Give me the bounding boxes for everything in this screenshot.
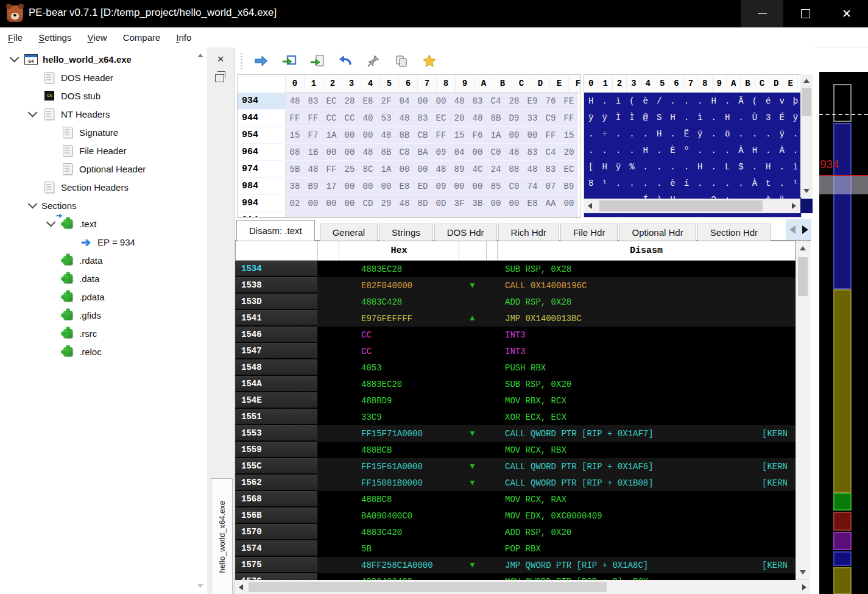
arrow-into-page-icon[interactable] [303, 51, 331, 71]
hex-byte-cell[interactable]: 00 [377, 178, 395, 194]
ascii-char-cell[interactable]: . [789, 126, 802, 142]
hex-horizontal-scrollbar[interactable] [584, 199, 800, 213]
hex-byte-cell[interactable]: C9 [542, 110, 560, 126]
hex-byte-cell[interactable]: E8 [523, 195, 542, 211]
scroll-up-icon[interactable] [800, 246, 806, 250]
hex-byte-cell[interactable]: 02 [286, 195, 304, 211]
disasm-row-address[interactable]: 1538 [235, 277, 317, 294]
ascii-char-cell[interactable]: ( [625, 93, 638, 109]
menu-item-settings[interactable]: Settings [30, 30, 79, 45]
ascii-char-cell[interactable]: . [625, 142, 638, 158]
disasm-row-address[interactable]: 155C [235, 458, 317, 475]
ascii-char-cell[interactable]: / [652, 93, 666, 109]
ascii-char-cell[interactable]: . [639, 175, 652, 191]
ascii-char-cell[interactable]: Ä [775, 142, 788, 158]
tab-disasm-text[interactable]: Disasm: .text [236, 220, 315, 241]
disasm-row-address[interactable]: 1570 [235, 524, 317, 540]
hex-byte-cell[interactable]: 48 [523, 161, 542, 177]
hex-byte-cell[interactable]: 1A [322, 127, 340, 143]
hex-byte-cell[interactable]: 48 [432, 161, 450, 177]
ascii-char-cell[interactable]: $ [734, 158, 747, 175]
ascii-char-cell[interactable]: . [680, 109, 693, 126]
disasm-row[interactable]: 1538E82F040000▼CALL 0X14000196C [235, 277, 796, 294]
hex-byte-cell[interactable]: 48 [450, 93, 468, 109]
tree-item-section-headers[interactable]: Section Headers [0, 178, 207, 196]
hex-byte-cell[interactable]: FF [432, 127, 450, 143]
ascii-char-cell[interactable]: þ [789, 93, 802, 109]
ascii-char-cell[interactable]: . [721, 175, 734, 191]
hex-byte-cell[interactable]: 83 [414, 110, 432, 126]
rsrc-section[interactable] [833, 551, 852, 566]
hex-byte-cell[interactable]: E8 [395, 178, 414, 194]
disasm-row-address[interactable]: 1559 [235, 442, 317, 458]
ascii-char-cell[interactable]: H [693, 158, 707, 175]
undo-icon[interactable] [331, 51, 359, 71]
ascii-char-cell[interactable]: . [707, 109, 721, 126]
hex-byte-cell[interactable]: 00 [487, 195, 505, 211]
scroll-right-icon[interactable] [802, 584, 806, 590]
disasm-row-address[interactable]: 1548 [235, 359, 317, 376]
ascii-char-cell[interactable]: . [612, 175, 625, 191]
ascii-char-cell[interactable]: H [707, 93, 721, 109]
ascii-char-cell[interactable]: . [625, 175, 638, 191]
hex-byte-cell[interactable]: AA [542, 195, 560, 211]
headers-outline[interactable] [833, 84, 852, 122]
hex-byte-cell[interactable]: B9 [560, 178, 578, 194]
ascii-char-cell[interactable]: . [652, 175, 666, 191]
rdata-section[interactable] [833, 289, 852, 493]
tree-item-hello-world-x64-exe[interactable]: 64hello_world_x64.exe [0, 50, 207, 68]
disasm-row[interactable]: 157C48894C2408MOV QWORD PTR [RSP + 8], R… [235, 573, 796, 580]
scroll-left-icon[interactable] [239, 584, 243, 590]
ascii-char-cell[interactable]: . [639, 126, 652, 142]
disasm-row-address[interactable]: 1546 [235, 327, 317, 343]
hex-byte-cell[interactable]: CC [322, 110, 340, 126]
disasm-row-address[interactable]: 154A [235, 376, 317, 392]
ascii-char-cell[interactable]: [ [584, 158, 598, 175]
hex-byte-cell[interactable]: CC [340, 110, 359, 126]
hex-byte-cell[interactable]: 76 [542, 93, 560, 109]
hex-byte-cell[interactable]: C4 [542, 144, 560, 160]
ascii-char-cell[interactable]: . [707, 175, 721, 191]
dock-float-icon[interactable] [215, 74, 224, 82]
ascii-char-cell[interactable]: . [761, 142, 775, 158]
hex-byte-cell[interactable]: 2F [377, 93, 395, 109]
ascii-char-cell[interactable]: . [666, 93, 679, 109]
ascii-char-cell[interactable]: . [748, 126, 761, 142]
hex-byte-cell[interactable]: 8D [414, 195, 432, 211]
disasm-row[interactable]: 15745BPOP RBX [235, 540, 796, 557]
file-vertical-tab[interactable]: hello_world_x64.exe [211, 478, 233, 594]
hex-byte-cell[interactable]: 48 [395, 195, 414, 211]
scroll-right-icon[interactable] [792, 203, 796, 209]
disasm-row[interactable]: 153D4883C428ADD RSP, 0X28 [235, 294, 796, 310]
tree-item-nt-headers[interactable]: NT Headers [0, 105, 207, 123]
ascii-char-cell[interactable]: H [721, 109, 734, 126]
ascii-char-cell[interactable]: S [652, 109, 666, 126]
ascii-char-cell[interactable]: . [625, 126, 638, 142]
hex-byte-cell[interactable]: 04 [450, 144, 468, 160]
hex-byte-cell[interactable]: 33 [523, 110, 542, 126]
hex-byte-cell[interactable]: FF [286, 110, 304, 126]
tree-item-dos-header[interactable]: DOS Header [0, 68, 207, 87]
hex-byte-cell[interactable]: C8 [395, 144, 414, 160]
blue-arrow-icon[interactable] [247, 51, 275, 71]
disasm-row[interactable]: 155CFF15F61A0000▼CALL QWORD PTR [RIP + 0… [235, 458, 796, 475]
ascii-char-cell[interactable]: . [612, 142, 625, 158]
hex-row-address[interactable]: 974 [238, 161, 286, 177]
ascii-char-cell[interactable]: ì [693, 109, 707, 126]
ascii-char-cell[interactable]: ÿ [789, 109, 802, 126]
ascii-char-cell[interactable]: . [775, 175, 788, 191]
ascii-char-cell[interactable]: . [584, 142, 598, 158]
hex-byte-cell[interactable]: 24 [487, 161, 505, 177]
ascii-char-cell[interactable]: . [680, 93, 693, 109]
hex-byte-cell[interactable]: 48 [286, 93, 304, 109]
tree-item-file-header[interactable]: File Header [0, 141, 207, 160]
ascii-char-cell[interactable]: é [761, 93, 775, 109]
disasm-row-address[interactable]: 154E [235, 392, 317, 409]
scrollbar-thumb[interactable] [798, 257, 808, 296]
chevron-down-icon[interactable] [23, 196, 41, 214]
disasm-row-address[interactable]: 1575 [235, 557, 317, 573]
hex-byte-cell[interactable]: F6 [468, 127, 487, 143]
ascii-char-cell[interactable]: . [652, 142, 666, 158]
ascii-char-cell[interactable]: . [721, 93, 734, 109]
hex-byte-cell[interactable]: 25 [340, 161, 359, 177]
